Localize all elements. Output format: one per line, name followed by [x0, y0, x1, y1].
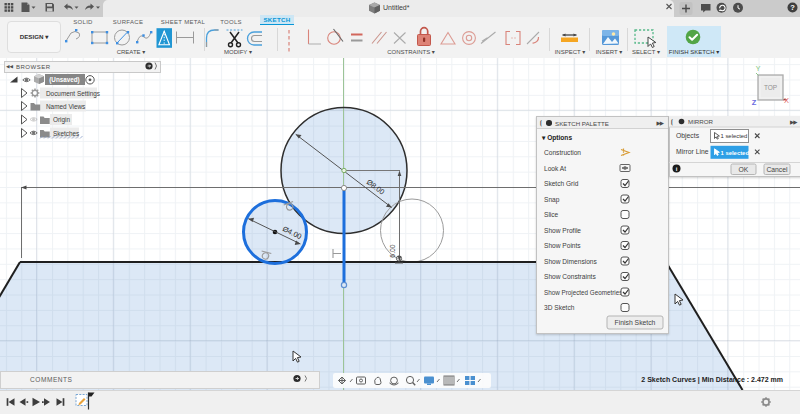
svg-text:Slice: Slice: [544, 211, 559, 218]
svg-text:Show Constraints: Show Constraints: [544, 273, 596, 280]
svg-text:OK: OK: [739, 166, 749, 173]
svg-text:Look At: Look At: [544, 165, 566, 172]
svg-text:Show Profile: Show Profile: [544, 227, 581, 234]
svg-text:Finish Sketch: Finish Sketch: [615, 319, 656, 326]
svg-text:MIRROR: MIRROR: [688, 118, 714, 125]
svg-text:Sketch Grid: Sketch Grid: [544, 180, 579, 187]
svg-text:3D Sketch: 3D Sketch: [544, 304, 575, 311]
svg-text:Y: Y: [756, 65, 761, 72]
svg-text:1 selected: 1 selected: [721, 133, 748, 139]
svg-text:BROWSER: BROWSER: [16, 64, 51, 70]
svg-text:X: X: [784, 96, 789, 105]
svg-text:Construction: Construction: [544, 149, 581, 156]
svg-text:TOP: TOP: [764, 84, 777, 91]
svg-text:Z: Z: [752, 98, 757, 107]
svg-text:Show Projected Geometries: Show Projected Geometries: [544, 289, 622, 297]
svg-text:Show Dimensions: Show Dimensions: [544, 258, 597, 265]
svg-text:Cancel: Cancel: [766, 166, 788, 173]
svg-text:?: ?: [790, 3, 795, 12]
svg-text:1 selected: 1 selected: [721, 150, 750, 156]
svg-text:6.00: 6.00: [389, 244, 396, 257]
svg-text:Mirror Line: Mirror Line: [676, 148, 709, 155]
svg-text:Show Points: Show Points: [544, 242, 581, 249]
svg-text:Objects: Objects: [676, 132, 700, 140]
svg-text:◀◀: ◀◀: [6, 64, 14, 69]
svg-text:Snap: Snap: [544, 196, 560, 204]
svg-text:COMMENTS: COMMENTS: [30, 376, 73, 383]
svg-text:⦗: ⦗: [671, 118, 673, 126]
